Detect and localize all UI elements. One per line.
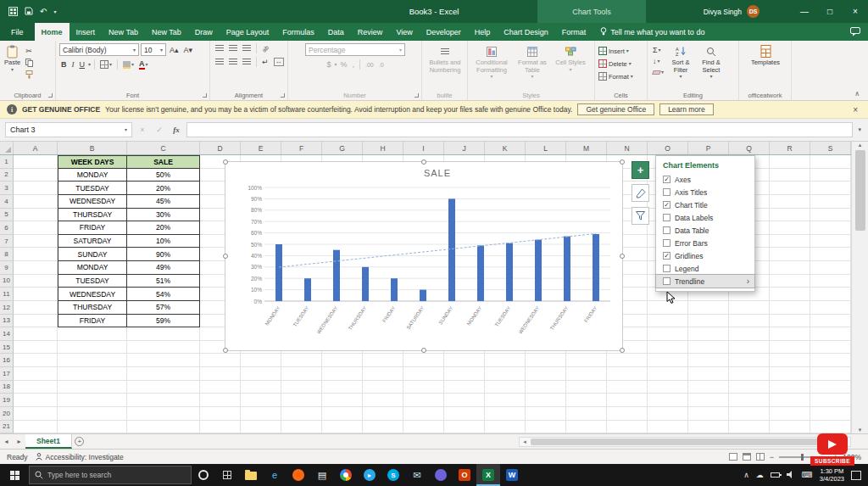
chart-elements-button[interactable]: +: [632, 161, 649, 179]
scroll-up-icon[interactable]: ▴: [859, 142, 862, 148]
tray-expand-icon[interactable]: ∧: [743, 471, 749, 479]
align-left-button[interactable]: [214, 57, 225, 67]
cell-S19[interactable]: [810, 394, 851, 407]
cell-J18[interactable]: [444, 381, 485, 394]
cell-R18[interactable]: [770, 381, 810, 394]
formula-input[interactable]: [186, 122, 853, 137]
cell-F19[interactable]: [281, 394, 322, 407]
align-right-button[interactable]: [241, 57, 253, 67]
tab-new-tab[interactable]: New Tab: [102, 23, 145, 41]
row-header-13[interactable]: 13: [0, 315, 14, 328]
view-normal-button[interactable]: [729, 453, 737, 461]
cell-B8[interactable]: SUNDAY: [58, 248, 127, 261]
cell-O17[interactable]: [648, 367, 688, 381]
cell-S17[interactable]: [810, 367, 851, 381]
tab-new-tab[interactable]: New Tab: [145, 23, 188, 41]
column-header-L[interactable]: L: [526, 142, 566, 154]
cut-button[interactable]: ✂: [24, 46, 35, 56]
cell-L19[interactable]: [526, 394, 566, 407]
telegram-icon[interactable]: ▸: [358, 464, 381, 486]
cell-R10[interactable]: [770, 275, 810, 288]
cell-B5[interactable]: THURSDAY: [58, 209, 127, 222]
format-as-table-button[interactable]: Format as Table ▾: [512, 43, 553, 80]
increase-decimal-button[interactable]: .00: [364, 59, 376, 70]
cell-S1[interactable]: [810, 155, 851, 169]
cell-J19[interactable]: [444, 394, 485, 407]
chart-element-item-axis-titles[interactable]: Axis Titles: [656, 186, 754, 198]
tab-review[interactable]: Review: [351, 23, 390, 41]
insert-function-icon[interactable]: fx: [170, 126, 183, 134]
font-color-button[interactable]: A▾: [137, 59, 150, 70]
row-header-21[interactable]: 21: [0, 421, 14, 434]
cell-Q19[interactable]: [729, 394, 770, 407]
column-header-N[interactable]: N: [607, 142, 648, 154]
cell-A17[interactable]: [14, 367, 58, 381]
chart[interactable]: SALE0%10%20%30%40%50%60%70%80%90%100%MON…: [225, 161, 623, 351]
cell-R11[interactable]: [770, 288, 810, 301]
copy-button[interactable]: [24, 58, 35, 68]
zoom-out-button[interactable]: −: [770, 453, 774, 461]
cell-K16[interactable]: [485, 354, 526, 367]
cell-R7[interactable]: [770, 235, 810, 249]
mail-icon[interactable]: ✉: [405, 464, 429, 486]
chart-handle-left[interactable]: [223, 254, 228, 259]
chart-element-item-chart-title[interactable]: ✓Chart Title: [656, 198, 754, 211]
row-header-8[interactable]: 8: [0, 248, 14, 261]
tab-formulas[interactable]: Formulas: [275, 23, 321, 41]
cell-A14[interactable]: [14, 327, 58, 341]
cell-E21[interactable]: [241, 421, 281, 434]
cell-F16[interactable]: [281, 354, 322, 367]
font-name-select[interactable]: Calibri (Body)▾: [59, 43, 139, 56]
cell-S4[interactable]: [810, 195, 851, 209]
cell-B4[interactable]: WEDNESDAY: [58, 195, 127, 209]
cell-C8[interactable]: 90%: [127, 248, 200, 261]
cell-P20[interactable]: [688, 407, 729, 421]
cell-R6[interactable]: [770, 221, 810, 235]
cell-J16[interactable]: [444, 354, 485, 367]
cell-A16[interactable]: [14, 354, 58, 367]
cell-G20[interactable]: [322, 407, 363, 421]
cell-A7[interactable]: [14, 235, 58, 249]
cell-M18[interactable]: [566, 381, 607, 394]
cell-E18[interactable]: [241, 381, 281, 394]
cell-I18[interactable]: [403, 381, 444, 394]
cell-M16[interactable]: [566, 354, 607, 367]
cell-R20[interactable]: [770, 407, 810, 421]
cell-F18[interactable]: [281, 381, 322, 394]
cell-M20[interactable]: [566, 407, 607, 421]
cell-O19[interactable]: [648, 394, 688, 407]
cancel-formula-icon[interactable]: ×: [136, 126, 149, 134]
subscribe-overlay[interactable]: SUBSCRIBE: [805, 433, 860, 466]
cell-J20[interactable]: [444, 407, 485, 421]
column-header-K[interactable]: K: [485, 142, 526, 154]
checkbox-chart-title[interactable]: ✓: [663, 201, 670, 209]
cell-Q12[interactable]: [729, 301, 770, 315]
cell-I20[interactable]: [403, 407, 444, 421]
cell-L17[interactable]: [526, 367, 566, 381]
cell-E17[interactable]: [241, 367, 281, 381]
cell-K20[interactable]: [485, 407, 526, 421]
cell-I21[interactable]: [403, 421, 444, 434]
zoom-slider-thumb[interactable]: [801, 454, 804, 461]
percent-style-button[interactable]: %: [338, 59, 348, 70]
borders-button[interactable]: ▾: [98, 59, 114, 70]
cell-C19[interactable]: [127, 394, 200, 407]
align-top-button[interactable]: [214, 43, 225, 53]
collapse-ribbon-icon[interactable]: ∧: [854, 90, 860, 98]
cell-O15[interactable]: [648, 341, 688, 355]
discord-icon[interactable]: [429, 464, 453, 486]
cell-B13[interactable]: FRIDAY: [58, 315, 127, 328]
format-painter-button[interactable]: [24, 70, 35, 80]
cell-C18[interactable]: [127, 381, 200, 394]
cell-P21[interactable]: [688, 421, 729, 434]
align-middle-button[interactable]: [227, 43, 239, 53]
chart-element-item-data-labels[interactable]: Data Labels: [656, 211, 754, 224]
cell-C4[interactable]: 45%: [127, 195, 200, 209]
cell-S11[interactable]: [810, 288, 851, 301]
checkbox-legend[interactable]: [663, 265, 670, 272]
tell-me-box[interactable]: Tell me what you want to do: [593, 23, 712, 41]
cell-O13[interactable]: [648, 315, 688, 328]
tab-draw[interactable]: Draw: [188, 23, 220, 41]
excel-icon[interactable]: X: [476, 464, 500, 486]
cell-B2[interactable]: MONDAY: [58, 169, 127, 182]
